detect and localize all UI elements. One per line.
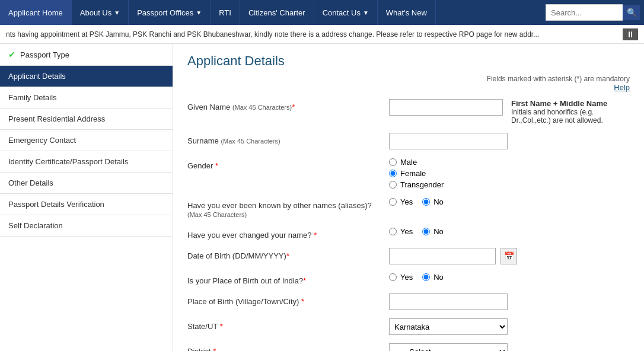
sidebar-item-passport-verification[interactable]: Passport Details Verification bbox=[0, 194, 173, 215]
pause-icon: ⏸ bbox=[626, 30, 635, 39]
name-hint: First Name + Middle Name Initials and ho… bbox=[511, 99, 630, 125]
gender-row: Gender * Male Female Transgender bbox=[187, 158, 630, 189]
search-icon: 🔍 bbox=[627, 8, 637, 17]
nav-about-us[interactable]: About Us ▼ bbox=[72, 0, 129, 25]
state-label: State/UT * bbox=[187, 318, 389, 331]
sidebar-item-emergency-contact[interactable]: Emergency Contact bbox=[0, 130, 173, 151]
place-birth-label: Place of Birth (Village/Town/City) * bbox=[187, 293, 389, 306]
state-select[interactable]: Karnataka Andhra Pradesh Tamil Nadu Kera… bbox=[389, 318, 508, 335]
gender-female-radio[interactable]: Female bbox=[389, 169, 630, 178]
name-changed-label: Have you ever changed your name? * bbox=[187, 227, 389, 240]
page-title: Applicant Details bbox=[187, 53, 630, 69]
check-icon: ✔ bbox=[8, 50, 15, 59]
surname-row: Surname (Max 45 Characters) bbox=[187, 133, 630, 149]
place-birth-input[interactable] bbox=[389, 293, 508, 310]
chevron-down-icon: ▼ bbox=[114, 9, 120, 16]
place-out-india-row: Is your Place of Birth out of India?* Ye… bbox=[187, 273, 630, 285]
nav-citizens-charter[interactable]: Citizens' Charter bbox=[240, 0, 314, 25]
sidebar-item-self-declaration[interactable]: Self Declaration bbox=[0, 215, 173, 237]
mandatory-note: Fields marked with asterisk (*) are mand… bbox=[187, 75, 630, 83]
pause-button[interactable]: ⏸ bbox=[623, 28, 638, 40]
search-area: 🔍 bbox=[542, 0, 644, 25]
sidebar-item-family-details[interactable]: Family Details bbox=[0, 87, 173, 109]
state-row: State/UT * Karnataka Andhra Pradesh Tami… bbox=[187, 318, 630, 335]
place-birth-row: Place of Birth (Village/Town/City) * bbox=[187, 293, 630, 310]
nav-passport-offices[interactable]: Passport Offices ▼ bbox=[129, 0, 211, 25]
search-input[interactable] bbox=[546, 4, 623, 21]
surname-input[interactable] bbox=[389, 133, 508, 149]
place-out-no-radio[interactable]: No bbox=[422, 273, 444, 282]
nav-rti[interactable]: RTI bbox=[211, 0, 240, 25]
sidebar-item-other-details[interactable]: Other Details bbox=[0, 173, 173, 194]
district-select[interactable]: ----- Select ----- bbox=[389, 343, 508, 351]
help-link[interactable]: Help bbox=[187, 83, 630, 92]
gender-label: Gender * bbox=[187, 158, 389, 170]
sidebar-item-identity-certificate[interactable]: Identity Certificate/Passport Details bbox=[0, 151, 173, 173]
given-name-input[interactable] bbox=[389, 99, 503, 116]
chevron-down-icon: ▼ bbox=[196, 9, 202, 16]
sidebar: ✔ Passport Type Applicant Details Family… bbox=[0, 44, 173, 351]
ticker-text: nts having appointment at PSK Jammu, PSK… bbox=[6, 30, 539, 39]
given-name-label: Given Name (Max 45 Characters)* bbox=[187, 99, 389, 111]
gender-transgender-radio[interactable]: Transgender bbox=[389, 180, 630, 189]
dob-input[interactable] bbox=[389, 248, 496, 264]
ticker-bar: nts having appointment at PSK Jammu, PSK… bbox=[0, 25, 644, 44]
content-area: Applicant Details Fields marked with ast… bbox=[173, 44, 644, 351]
district-row: District * ----- Select ----- bbox=[187, 343, 630, 351]
aliases-yes-radio[interactable]: Yes bbox=[389, 197, 413, 206]
dob-label: Date of Birth (DD/MM/YYYY)* bbox=[187, 248, 389, 260]
top-navigation: Applicant Home About Us ▼ Passport Offic… bbox=[0, 0, 644, 25]
nav-applicant-home[interactable]: Applicant Home bbox=[0, 0, 72, 25]
name-changed-no-radio[interactable]: No bbox=[422, 227, 444, 236]
sidebar-item-applicant-details[interactable]: Applicant Details bbox=[0, 66, 173, 87]
search-button[interactable]: 🔍 bbox=[623, 4, 640, 21]
place-out-yes-radio[interactable]: Yes bbox=[389, 273, 413, 282]
sidebar-item-residential-address[interactable]: Present Residential Address bbox=[0, 109, 173, 130]
name-changed-row: Have you ever changed your name? * Yes N… bbox=[187, 227, 630, 240]
chevron-down-icon: ▼ bbox=[363, 9, 369, 16]
place-out-india-label: Is your Place of Birth out of India?* bbox=[187, 273, 389, 285]
surname-label: Surname (Max 45 Characters) bbox=[187, 133, 389, 145]
aliases-label: Have you ever been known by other names … bbox=[187, 197, 389, 219]
name-changed-yes-radio[interactable]: Yes bbox=[389, 227, 413, 236]
aliases-no-radio[interactable]: No bbox=[422, 197, 444, 206]
gender-male-radio[interactable]: Male bbox=[389, 158, 630, 167]
nav-whats-new[interactable]: What's New bbox=[378, 0, 436, 25]
main-layout: ✔ Passport Type Applicant Details Family… bbox=[0, 44, 644, 351]
calendar-icon: 📅 bbox=[504, 251, 514, 261]
calendar-button[interactable]: 📅 bbox=[500, 248, 517, 264]
district-label: District * bbox=[187, 343, 389, 351]
dob-row: Date of Birth (DD/MM/YYYY)* 📅 bbox=[187, 248, 630, 264]
aliases-row: Have you ever been known by other names … bbox=[187, 197, 630, 219]
nav-contact-us[interactable]: Contact Us ▼ bbox=[314, 0, 378, 25]
given-name-row: Given Name (Max 45 Characters)* First Na… bbox=[187, 99, 630, 125]
sidebar-item-passport-type[interactable]: ✔ Passport Type bbox=[0, 44, 173, 66]
